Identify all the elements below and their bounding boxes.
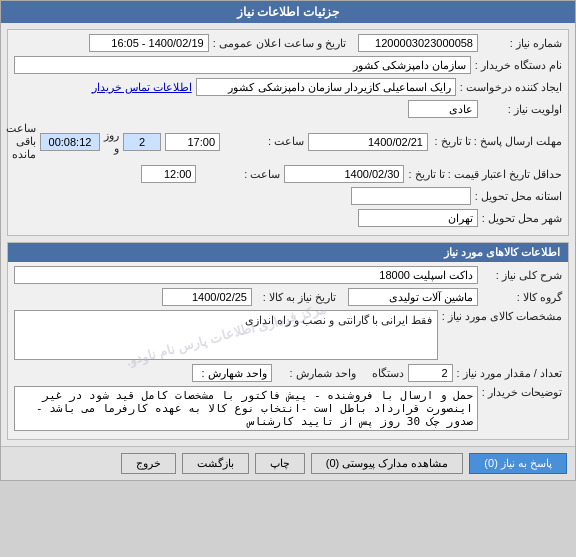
delivery-city-field[interactable] — [358, 209, 478, 227]
goods-group-label: گروه کالا : — [482, 291, 562, 304]
row-goods-group: گروه کالا : تاریخ نیاز به کالا : — [14, 288, 562, 306]
print-button[interactable]: چاپ — [255, 453, 305, 474]
price-time-label: ساعت : — [200, 168, 280, 181]
row-quantity: تعداد / مقدار مورد نیاز : دستگاه واحد شم… — [14, 364, 562, 382]
goods-specs-label: مشخصات کالای مورد نیاز : — [442, 310, 562, 323]
need-number-field[interactable] — [358, 34, 478, 52]
priority-label: اولویت نیاز : — [482, 103, 562, 116]
datetime-field[interactable] — [89, 34, 209, 52]
row-requester: ایجاد کننده درخواست : اطلاعات تماس خریدا… — [14, 78, 562, 96]
requester-field[interactable] — [196, 78, 456, 96]
unit-label: واحد شمارش : — [276, 367, 356, 380]
row-price-date: حداقل تاریخ اعتبار قیمت : تا تاریخ : ساع… — [14, 165, 562, 183]
goods-specs-value: فقط ایرانی با گارانتی و نصب و راه اندازی — [245, 314, 431, 326]
price-date-field[interactable] — [284, 165, 404, 183]
row-details: توضیحات خریدار : حمل و ارسال با فروشنده … — [14, 386, 562, 431]
need-info-section: شماره نیاز : تاریخ و ساعت اعلان عمومی : … — [7, 29, 569, 236]
buyer-org-label: نام دستگاه خریدار : — [475, 59, 562, 72]
general-desc-label: شرح کلی نیاز : — [482, 269, 562, 282]
priority-field[interactable] — [408, 100, 478, 118]
details-label: توضیحات خریدار : — [482, 386, 562, 399]
manufacture-date-label: تاریخ نیاز به کالا : — [256, 291, 336, 304]
goods-info-section: اطلاعات کالاهای مورد نیاز شرح کلی نیاز :… — [7, 242, 569, 440]
send-date-field[interactable] — [308, 133, 428, 151]
send-time-label: ساعت : — [224, 135, 304, 148]
manufacture-date-field[interactable] — [162, 288, 252, 306]
goods-specs-content: فقط ایرانی با گارانتی و نصب و راه اندازی — [20, 314, 432, 327]
quantity-unit: دستگاه — [372, 367, 404, 380]
row-delivery-city: شهر محل تحویل : — [14, 209, 562, 227]
delivery-city-label: شهر محل تحویل : — [482, 212, 562, 225]
row-send-date: مهلت ارسال پاسخ : تا تاریخ : ساعت : روز … — [14, 122, 562, 161]
main-container: جزئیات اطلاعات نیاز شماره نیاز : تاریخ و… — [0, 0, 576, 481]
send-date-label: مهلت ارسال پاسخ : تا تاریخ : — [432, 135, 562, 148]
row-buyer-org: نام دستگاه خریدار : — [14, 56, 562, 74]
view-attached-button[interactable]: مشاهده مدارک پیوستی (0) — [311, 453, 464, 474]
watermark-text: مرکز فرداری اطلاعات پارس نام ناودو. — [125, 301, 328, 369]
row-need-number: شماره نیاز : تاریخ و ساعت اعلان عمومی : — [14, 34, 562, 52]
remaining-day-unit: روز و — [104, 129, 119, 155]
need-number-label: شماره نیاز : — [482, 37, 562, 50]
remaining-suffix: ساعت باقی مانده — [6, 122, 36, 161]
buyer-org-field[interactable] — [14, 56, 471, 74]
delivery-place-label: استانه محل تحویل : — [475, 190, 562, 203]
row-goods-specs: مشخصات کالای مورد نیاز : مرکز فرداری اطل… — [14, 310, 562, 360]
page-header: جزئیات اطلاعات نیاز — [1, 1, 575, 23]
exit-button[interactable]: خروج — [121, 453, 176, 474]
goods-specs-area: مرکز فرداری اطلاعات پارس نام ناودو. فقط … — [14, 310, 438, 360]
buyer-contact-link[interactable]: اطلاعات تماس خریدار — [92, 81, 192, 94]
unit-field[interactable] — [192, 364, 272, 382]
quantity-label: تعداد / مقدار مورد نیاز : — [457, 367, 562, 380]
bottom-buttons-bar: پاسخ به نیاز (0) مشاهده مدارک پیوستی (0)… — [1, 446, 575, 480]
send-time-field[interactable] — [165, 133, 220, 151]
reply-button[interactable]: پاسخ به نیاز (0) — [469, 453, 567, 474]
remaining-time-field — [40, 133, 100, 151]
quantity-field[interactable] — [408, 364, 453, 382]
price-date-label: حداقل تاریخ اعتبار قیمت : تا تاریخ : — [408, 168, 562, 181]
row-priority: اولویت نیاز : — [14, 100, 562, 118]
header-title: جزئیات اطلاعات نیاز — [237, 5, 339, 19]
back-button[interactable]: بازگشت — [182, 453, 249, 474]
row-delivery-place: استانه محل تحویل : — [14, 187, 562, 205]
details-textarea[interactable]: حمل و ارسال با فروشنده - پیش فاکتور با م… — [14, 386, 478, 431]
requester-label: ایجاد کننده درخواست : — [460, 81, 562, 94]
delivery-place-field[interactable] — [351, 187, 471, 205]
goods-group-field[interactable] — [348, 288, 478, 306]
general-desc-field[interactable] — [14, 266, 478, 284]
price-time-field[interactable] — [141, 165, 196, 183]
remaining-days-field — [123, 133, 161, 151]
datetime-label: تاریخ و ساعت اعلان عمومی : — [213, 37, 346, 50]
goods-section-header: اطلاعات کالاهای مورد نیاز — [8, 243, 568, 262]
row-general-desc: شرح کلی نیاز : — [14, 266, 562, 284]
